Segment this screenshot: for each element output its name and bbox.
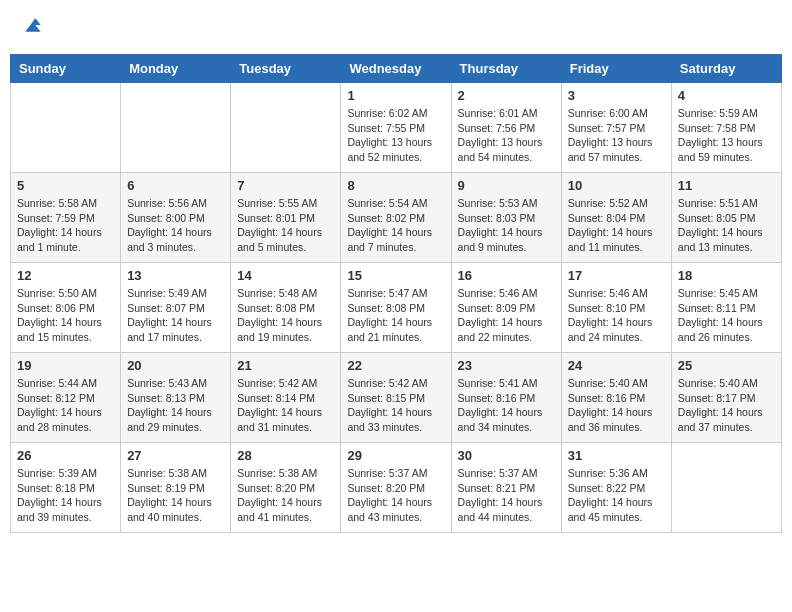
day-number: 14 bbox=[237, 268, 334, 283]
day-info: Sunrise: 5:42 AM Sunset: 8:14 PM Dayligh… bbox=[237, 376, 334, 435]
day-info: Sunrise: 5:54 AM Sunset: 8:02 PM Dayligh… bbox=[347, 196, 444, 255]
calendar-cell: 24Sunrise: 5:40 AM Sunset: 8:16 PM Dayli… bbox=[561, 353, 671, 443]
day-number: 12 bbox=[17, 268, 114, 283]
calendar-cell: 19Sunrise: 5:44 AM Sunset: 8:12 PM Dayli… bbox=[11, 353, 121, 443]
day-number: 28 bbox=[237, 448, 334, 463]
calendar-cell: 22Sunrise: 5:42 AM Sunset: 8:15 PM Dayli… bbox=[341, 353, 451, 443]
day-number: 11 bbox=[678, 178, 775, 193]
logo-icon bbox=[22, 15, 42, 35]
calendar-cell: 2Sunrise: 6:01 AM Sunset: 7:56 PM Daylig… bbox=[451, 83, 561, 173]
calendar-cell: 23Sunrise: 5:41 AM Sunset: 8:16 PM Dayli… bbox=[451, 353, 561, 443]
day-number: 22 bbox=[347, 358, 444, 373]
day-info: Sunrise: 6:02 AM Sunset: 7:55 PM Dayligh… bbox=[347, 106, 444, 165]
calendar-cell: 25Sunrise: 5:40 AM Sunset: 8:17 PM Dayli… bbox=[671, 353, 781, 443]
day-info: Sunrise: 5:39 AM Sunset: 8:18 PM Dayligh… bbox=[17, 466, 114, 525]
calendar-header: SundayMondayTuesdayWednesdayThursdayFrid… bbox=[11, 55, 782, 83]
day-number: 7 bbox=[237, 178, 334, 193]
calendar-table: SundayMondayTuesdayWednesdayThursdayFrid… bbox=[10, 54, 782, 533]
calendar-cell: 7Sunrise: 5:55 AM Sunset: 8:01 PM Daylig… bbox=[231, 173, 341, 263]
day-info: Sunrise: 5:37 AM Sunset: 8:21 PM Dayligh… bbox=[458, 466, 555, 525]
day-number: 10 bbox=[568, 178, 665, 193]
calendar-week-row: 1Sunrise: 6:02 AM Sunset: 7:55 PM Daylig… bbox=[11, 83, 782, 173]
day-info: Sunrise: 5:55 AM Sunset: 8:01 PM Dayligh… bbox=[237, 196, 334, 255]
calendar-cell: 5Sunrise: 5:58 AM Sunset: 7:59 PM Daylig… bbox=[11, 173, 121, 263]
day-info: Sunrise: 5:40 AM Sunset: 8:17 PM Dayligh… bbox=[678, 376, 775, 435]
day-number: 30 bbox=[458, 448, 555, 463]
day-info: Sunrise: 5:42 AM Sunset: 8:15 PM Dayligh… bbox=[347, 376, 444, 435]
calendar-cell: 28Sunrise: 5:38 AM Sunset: 8:20 PM Dayli… bbox=[231, 443, 341, 533]
calendar-cell: 3Sunrise: 6:00 AM Sunset: 7:57 PM Daylig… bbox=[561, 83, 671, 173]
day-info: Sunrise: 5:43 AM Sunset: 8:13 PM Dayligh… bbox=[127, 376, 224, 435]
day-number: 21 bbox=[237, 358, 334, 373]
calendar-cell bbox=[121, 83, 231, 173]
calendar-cell: 1Sunrise: 6:02 AM Sunset: 7:55 PM Daylig… bbox=[341, 83, 451, 173]
svg-marker-0 bbox=[25, 18, 40, 31]
day-number: 2 bbox=[458, 88, 555, 103]
day-info: Sunrise: 5:38 AM Sunset: 8:20 PM Dayligh… bbox=[237, 466, 334, 525]
day-number: 15 bbox=[347, 268, 444, 283]
logo bbox=[20, 15, 42, 39]
day-info: Sunrise: 5:52 AM Sunset: 8:04 PM Dayligh… bbox=[568, 196, 665, 255]
calendar-cell: 16Sunrise: 5:46 AM Sunset: 8:09 PM Dayli… bbox=[451, 263, 561, 353]
calendar-cell bbox=[231, 83, 341, 173]
day-number: 13 bbox=[127, 268, 224, 283]
day-number: 27 bbox=[127, 448, 224, 463]
day-number: 6 bbox=[127, 178, 224, 193]
day-number: 26 bbox=[17, 448, 114, 463]
day-info: Sunrise: 5:56 AM Sunset: 8:00 PM Dayligh… bbox=[127, 196, 224, 255]
day-info: Sunrise: 5:40 AM Sunset: 8:16 PM Dayligh… bbox=[568, 376, 665, 435]
day-info: Sunrise: 5:50 AM Sunset: 8:06 PM Dayligh… bbox=[17, 286, 114, 345]
day-info: Sunrise: 5:36 AM Sunset: 8:22 PM Dayligh… bbox=[568, 466, 665, 525]
weekday-header: Monday bbox=[121, 55, 231, 83]
calendar-cell: 31Sunrise: 5:36 AM Sunset: 8:22 PM Dayli… bbox=[561, 443, 671, 533]
day-info: Sunrise: 5:51 AM Sunset: 8:05 PM Dayligh… bbox=[678, 196, 775, 255]
day-info: Sunrise: 6:00 AM Sunset: 7:57 PM Dayligh… bbox=[568, 106, 665, 165]
day-number: 29 bbox=[347, 448, 444, 463]
day-number: 3 bbox=[568, 88, 665, 103]
header-row: SundayMondayTuesdayWednesdayThursdayFrid… bbox=[11, 55, 782, 83]
calendar-week-row: 12Sunrise: 5:50 AM Sunset: 8:06 PM Dayli… bbox=[11, 263, 782, 353]
calendar-cell: 11Sunrise: 5:51 AM Sunset: 8:05 PM Dayli… bbox=[671, 173, 781, 263]
weekday-header: Friday bbox=[561, 55, 671, 83]
day-info: Sunrise: 5:48 AM Sunset: 8:08 PM Dayligh… bbox=[237, 286, 334, 345]
calendar-cell: 20Sunrise: 5:43 AM Sunset: 8:13 PM Dayli… bbox=[121, 353, 231, 443]
day-info: Sunrise: 5:38 AM Sunset: 8:19 PM Dayligh… bbox=[127, 466, 224, 525]
calendar-cell bbox=[11, 83, 121, 173]
day-number: 1 bbox=[347, 88, 444, 103]
calendar-cell: 14Sunrise: 5:48 AM Sunset: 8:08 PM Dayli… bbox=[231, 263, 341, 353]
day-info: Sunrise: 5:45 AM Sunset: 8:11 PM Dayligh… bbox=[678, 286, 775, 345]
day-info: Sunrise: 6:01 AM Sunset: 7:56 PM Dayligh… bbox=[458, 106, 555, 165]
day-number: 25 bbox=[678, 358, 775, 373]
calendar-body: 1Sunrise: 6:02 AM Sunset: 7:55 PM Daylig… bbox=[11, 83, 782, 533]
day-info: Sunrise: 5:58 AM Sunset: 7:59 PM Dayligh… bbox=[17, 196, 114, 255]
day-number: 5 bbox=[17, 178, 114, 193]
day-info: Sunrise: 5:59 AM Sunset: 7:58 PM Dayligh… bbox=[678, 106, 775, 165]
day-info: Sunrise: 5:53 AM Sunset: 8:03 PM Dayligh… bbox=[458, 196, 555, 255]
day-info: Sunrise: 5:46 AM Sunset: 8:10 PM Dayligh… bbox=[568, 286, 665, 345]
calendar-cell bbox=[671, 443, 781, 533]
calendar-cell: 18Sunrise: 5:45 AM Sunset: 8:11 PM Dayli… bbox=[671, 263, 781, 353]
weekday-header: Wednesday bbox=[341, 55, 451, 83]
calendar-cell: 27Sunrise: 5:38 AM Sunset: 8:19 PM Dayli… bbox=[121, 443, 231, 533]
day-number: 20 bbox=[127, 358, 224, 373]
weekday-header: Saturday bbox=[671, 55, 781, 83]
header bbox=[10, 10, 782, 44]
day-number: 16 bbox=[458, 268, 555, 283]
day-number: 17 bbox=[568, 268, 665, 283]
calendar-week-row: 5Sunrise: 5:58 AM Sunset: 7:59 PM Daylig… bbox=[11, 173, 782, 263]
calendar-cell: 29Sunrise: 5:37 AM Sunset: 8:20 PM Dayli… bbox=[341, 443, 451, 533]
calendar-cell: 10Sunrise: 5:52 AM Sunset: 8:04 PM Dayli… bbox=[561, 173, 671, 263]
calendar-cell: 9Sunrise: 5:53 AM Sunset: 8:03 PM Daylig… bbox=[451, 173, 561, 263]
day-number: 9 bbox=[458, 178, 555, 193]
calendar-cell: 21Sunrise: 5:42 AM Sunset: 8:14 PM Dayli… bbox=[231, 353, 341, 443]
day-number: 19 bbox=[17, 358, 114, 373]
day-number: 23 bbox=[458, 358, 555, 373]
day-info: Sunrise: 5:37 AM Sunset: 8:20 PM Dayligh… bbox=[347, 466, 444, 525]
calendar-week-row: 26Sunrise: 5:39 AM Sunset: 8:18 PM Dayli… bbox=[11, 443, 782, 533]
calendar-cell: 6Sunrise: 5:56 AM Sunset: 8:00 PM Daylig… bbox=[121, 173, 231, 263]
day-number: 31 bbox=[568, 448, 665, 463]
calendar-week-row: 19Sunrise: 5:44 AM Sunset: 8:12 PM Dayli… bbox=[11, 353, 782, 443]
calendar-cell: 4Sunrise: 5:59 AM Sunset: 7:58 PM Daylig… bbox=[671, 83, 781, 173]
day-info: Sunrise: 5:41 AM Sunset: 8:16 PM Dayligh… bbox=[458, 376, 555, 435]
weekday-header: Thursday bbox=[451, 55, 561, 83]
